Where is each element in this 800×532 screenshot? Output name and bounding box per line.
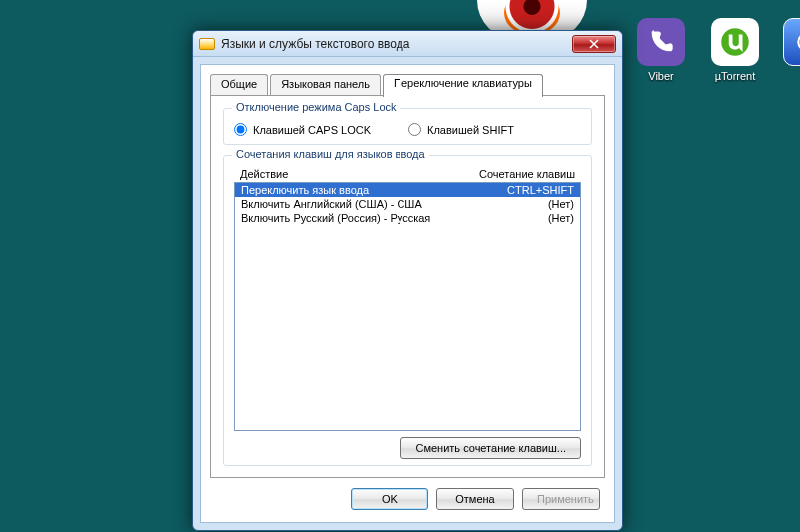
daemon-icon [783,18,800,66]
hotkeys-group: Сочетания клавиш для языков ввода Действ… [223,155,592,466]
hotkey-action: Переключить язык ввода [241,184,507,196]
radio-capslock[interactable]: Клавишей CAPS LOCK [234,123,371,136]
radio-capslock-input[interactable] [234,123,247,136]
hotkeys-legend: Сочетания клавиш для языков ввода [232,148,429,160]
titlebar[interactable]: Языки и службы текстового ввода [193,31,622,57]
hotkey-row[interactable]: Переключить язык ввода CTRL+SHIFT [235,183,580,197]
hotkey-action: Включить Русский (Россия) - Русская [241,212,548,224]
window-title: Языки и службы текстового ввода [221,37,566,51]
hotkey-combo: (Нет) [548,198,574,210]
dialog-buttons: OK Отмена Применить [351,488,600,510]
hotkeys-header: Действие Сочетание клавиш [234,166,581,182]
desktop-icon-daemon[interactable]: DT [777,18,800,94]
desktop-icon-label: Viber [631,70,691,82]
app-icon [199,38,215,50]
ok-button[interactable]: OK [351,488,428,510]
tab-language-bar[interactable]: Языковая панель [270,74,381,96]
col-action: Действие [240,168,479,180]
tab-pane-keyboard: Отключение режима Caps Lock Клавишей CAP… [210,95,605,478]
hotkey-combo: CTRL+SHIFT [507,184,574,196]
col-combo: Сочетание клавиш [479,168,575,180]
tab-keyboard-switching[interactable]: Переключение клавиатуры [383,74,543,97]
apply-button[interactable]: Применить [522,488,600,510]
text-services-dialog: Языки и службы текстового ввода Общие Яз… [192,30,623,531]
radio-shift-input[interactable] [408,123,421,136]
desktop-icon-label: DT [777,70,800,94]
tab-strip: Общие Языковая панель Переключение клави… [210,74,605,96]
change-hotkey-button[interactable]: Сменить сочетание клавиш... [400,437,581,459]
desktop-icon-utorrent[interactable]: µTorrent [705,18,765,82]
desktop-icon-viber[interactable]: Viber [631,18,691,82]
radio-shift[interactable]: Клавишей SHIFT [408,123,514,136]
svg-point-0 [721,28,749,56]
viber-icon [637,18,685,66]
utorrent-icon [711,18,759,66]
capslock-group: Отключение режима Caps Lock Клавишей CAP… [223,108,592,145]
hotkey-row[interactable]: Включить Английский (США) - США (Нет) [235,197,580,211]
cancel-button[interactable]: Отмена [436,488,514,510]
hotkey-action: Включить Английский (США) - США [241,198,548,210]
tab-general[interactable]: Общие [210,74,268,96]
close-icon [589,39,599,49]
hotkey-combo: (Нет) [548,212,574,224]
hotkey-row[interactable]: Включить Русский (Россия) - Русская (Нет… [235,211,580,225]
close-button[interactable] [572,35,616,53]
radio-capslock-label: Клавишей CAPS LOCK [253,124,371,136]
capslock-legend: Отключение режима Caps Lock [232,101,400,113]
hotkeys-list[interactable]: Переключить язык ввода CTRL+SHIFT Включи… [234,182,581,431]
desktop-icon-label: µTorrent [705,70,765,82]
radio-shift-label: Клавишей SHIFT [427,124,514,136]
